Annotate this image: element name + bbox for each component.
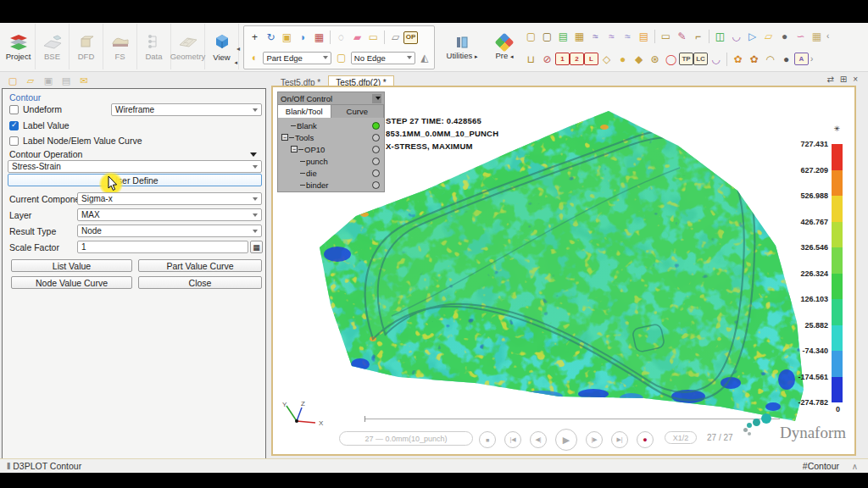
stop-button[interactable]: ■	[479, 431, 496, 448]
report-doc-icon[interactable]: ▤	[636, 28, 652, 44]
frame-slider[interactable]	[364, 416, 780, 421]
rotate-view-icon[interactable]: ↻	[263, 30, 279, 46]
cone-icon[interactable]: ◆	[631, 51, 647, 67]
blank-mesh-icon[interactable]: ▤	[555, 28, 571, 44]
probe-icon[interactable]: ✎	[674, 28, 690, 44]
utilities-button[interactable]: Utilities ▸	[438, 25, 486, 69]
op-window-icon[interactable]: OP	[403, 31, 418, 44]
save-file-icon[interactable]: ▣	[41, 74, 56, 87]
close-button[interactable]: Close	[138, 276, 262, 289]
step-forward-button[interactable]: |▶	[586, 431, 603, 448]
label-1-icon[interactable]: 1	[555, 53, 570, 65]
close-icon[interactable]: ×	[853, 75, 858, 84]
label-value-checkbox[interactable]	[9, 121, 19, 130]
toolbar-button-view[interactable]: View◂	[205, 24, 239, 69]
visibility-radio[interactable]	[372, 146, 380, 153]
flower-icon[interactable]: ✿	[730, 51, 746, 67]
onoff-header[interactable]: On/Off Control	[278, 92, 384, 105]
section-plane-icon[interactable]: ⊘	[539, 51, 555, 67]
pre-button[interactable]: Pre ◂	[488, 25, 520, 69]
cup-outline-icon[interactable]: ◡	[708, 51, 724, 67]
toolbar-button-fs[interactable]: FS	[103, 24, 137, 69]
window-zoom-icon[interactable]: ▦	[311, 30, 327, 46]
tile-windows-icon[interactable]: ⊞	[840, 75, 847, 84]
lc-tool-icon[interactable]: LC	[693, 53, 708, 65]
part-shell-icon[interactable]: ◖	[247, 50, 260, 66]
visibility-radio[interactable]	[372, 169, 380, 177]
label-2-icon[interactable]: 2	[570, 53, 584, 65]
part-edge-select[interactable]: Part Edge	[263, 52, 331, 64]
cmm-flower-icon[interactable]: ✿	[746, 51, 762, 67]
path-trace-icon[interactable]: ∽	[793, 28, 809, 44]
fixture-frame-icon[interactable]: ▦	[571, 28, 587, 44]
onoff-tab-curve[interactable]: Curve	[331, 105, 385, 118]
save-all-icon[interactable]: ▤	[58, 74, 74, 87]
graphics-viewport[interactable]: On/Off Control Blank/ToolCurve Blank−Too…	[271, 86, 856, 456]
visibility-radio[interactable]	[372, 181, 380, 189]
curve-z-icon[interactable]: ≈	[620, 28, 636, 44]
user-define-button[interactable]: User Define	[8, 174, 262, 186]
scale-factor-picker-button[interactable]: ▦	[250, 241, 263, 253]
toolbar-button-data[interactable]: Data	[137, 24, 171, 69]
mirror-pair-icon[interactable]: ◫	[712, 28, 728, 44]
layer-select[interactable]: MAX	[77, 208, 262, 221]
eraser-icon[interactable]: ▰	[349, 30, 365, 46]
new-file-icon[interactable]: ▢	[5, 74, 20, 87]
toolbar-button-geometry[interactable]: Geometry	[171, 24, 205, 69]
tile-diamond-icon[interactable]: ◇	[598, 51, 615, 67]
binder-cup-icon[interactable]: ◡	[728, 28, 744, 44]
result-folder-icon[interactable]: ▱	[760, 28, 776, 44]
expand-icon[interactable]: −	[291, 146, 298, 152]
part-outline-icon[interactable]: ◯	[663, 51, 679, 67]
snapshot-icon[interactable]: ▭	[365, 30, 381, 46]
tree-item-die[interactable]: die	[281, 167, 381, 179]
tree-item-tools[interactable]: −Tools	[281, 131, 381, 143]
node-value-curve-button[interactable]: Node Value Curve	[11, 276, 132, 289]
tp-tool-icon[interactable]: TP	[679, 53, 693, 65]
import-mail-icon[interactable]: ✉	[76, 74, 92, 87]
scale-factor-input[interactable]: 1	[77, 241, 248, 253]
wireframe-select[interactable]: Wireframe	[111, 103, 262, 116]
section-hook-icon[interactable]: ⌐	[690, 28, 706, 44]
onoff-tab-blank-tool[interactable]: Blank/Tool	[278, 105, 331, 118]
visibility-radio[interactable]	[372, 122, 380, 130]
last-frame-button[interactable]: ▶|	[611, 431, 628, 448]
copy-window-icon[interactable]: ▱	[387, 30, 403, 46]
open-folder-icon[interactable]: ▱	[23, 74, 38, 87]
spline-icon[interactable]: ≈	[587, 28, 604, 44]
tray-view-icon[interactable]: ⊔	[523, 51, 539, 67]
tree-item-blank[interactable]: Blank	[281, 119, 381, 131]
undeform-checkbox[interactable]	[9, 105, 19, 114]
label-l-icon[interactable]: L	[584, 53, 598, 65]
label-node-checkbox[interactable]	[9, 136, 19, 146]
flag-part-icon[interactable]: ▷	[744, 28, 760, 44]
current-component-select[interactable]: Sigma-x	[77, 192, 262, 205]
toolbar-button-bse[interactable]: BSE	[36, 24, 70, 69]
onoff-dropdown-button[interactable]	[372, 94, 381, 103]
chevron-up-icon[interactable]: ∧	[852, 462, 858, 471]
globe-icon[interactable]: ●	[778, 51, 794, 67]
speed-pill[interactable]: X1/2	[665, 431, 697, 444]
lasso-select-icon[interactable]: ◌	[333, 30, 349, 46]
map-thumb-icon[interactable]: ▦	[809, 28, 825, 44]
strip-scroll-left[interactable]: ‹	[826, 31, 829, 41]
triad-icon[interactable]: +	[247, 30, 263, 46]
undeform-checkbox-row[interactable]: Undeform	[9, 104, 62, 114]
first-frame-button[interactable]: |◀	[504, 431, 521, 448]
clip-plane-icon[interactable]: ◭	[418, 50, 431, 66]
iso-view-icon[interactable]: ▣	[279, 30, 295, 46]
expand-icon[interactable]: −	[281, 134, 288, 141]
toolbar-button-project[interactable]: Project	[2, 24, 36, 69]
swap-layout-icon[interactable]: ⇄	[826, 75, 833, 84]
solid-edge-icon[interactable]: ▢	[334, 50, 348, 66]
play-button[interactable]: ▶	[555, 429, 577, 451]
label-node-checkbox-row[interactable]: Label Node/Elem Value Curve	[9, 136, 142, 146]
animate-icon[interactable]: ▭	[658, 28, 674, 44]
visibility-radio[interactable]	[372, 158, 380, 165]
operation-select[interactable]: Stress-Strain	[8, 160, 262, 173]
measure-robot-icon[interactable]: A	[794, 53, 809, 65]
list-value-button[interactable]: List Value	[11, 259, 132, 272]
toolbar-button-dfd[interactable]: DFD	[70, 24, 103, 69]
step-back-button[interactable]: ◀|	[530, 431, 547, 448]
tree-item-punch[interactable]: punch	[281, 155, 381, 167]
